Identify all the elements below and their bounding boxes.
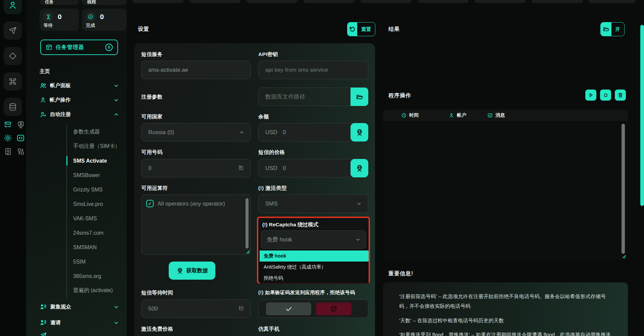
sms-service-input[interactable]: sms-activate.ae — [141, 61, 251, 79]
balance-input[interactable]: USD 0 — [258, 123, 368, 142]
select-value: SMS — [265, 201, 278, 207]
recaptcha-section-highlight: (!) ReCaptcha 绕过模式 免费 hook 5 访问 免费 hook … — [257, 217, 370, 284]
top-tab[interactable] — [361, 0, 412, 3]
service-item[interactable]: 普遍的 (activate) — [67, 283, 127, 298]
top-tab[interactable] — [304, 0, 355, 3]
task-manager-badge: 0 — [105, 44, 113, 51]
column-header-message[interactable]: 消息 — [487, 110, 505, 121]
diamond-rail-button[interactable] — [4, 47, 22, 65]
gear-icon[interactable] — [3, 133, 12, 143]
top-tab[interactable] — [418, 0, 469, 3]
browse-folder-button[interactable] — [351, 88, 368, 106]
service-item[interactable]: SmsLive.pro — [67, 197, 127, 211]
field-label: 短信的价格 — [258, 149, 285, 156]
top-tab[interactable] — [589, 0, 636, 3]
checkbox-checked[interactable]: ✓ — [146, 200, 154, 207]
activation-type-select[interactable]: SMS — [258, 194, 368, 213]
users-list-icon — [40, 303, 47, 311]
send-rail-button[interactable] — [4, 21, 22, 40]
db-path-input[interactable]: 数据库文件路径 — [258, 88, 368, 106]
play-button[interactable] — [585, 90, 596, 101]
input-suffix: 秒 — [238, 305, 244, 312]
fetch-data-button[interactable]: 获取数据 — [169, 262, 215, 280]
reset-button[interactable]: 重置 — [347, 22, 375, 36]
nav-label: 聚集观众 — [50, 303, 71, 311]
listbox-scrollbar[interactable] — [246, 198, 249, 248]
sidebar-item-gather-audience[interactable]: 聚集观众 — [40, 302, 119, 312]
dropdown-option-selected[interactable]: 免费 hook — [260, 250, 369, 262]
stop-button[interactable] — [600, 90, 611, 101]
fetch-price-button[interactable] — [351, 159, 368, 177]
currency-prefix: USD — [265, 129, 277, 136]
service-item-active[interactable]: SMS Activate — [67, 154, 127, 168]
stat-value: 0 — [58, 13, 62, 21]
trash-button[interactable] — [615, 90, 626, 101]
fetch-balance-button[interactable] — [351, 123, 368, 142]
server-check-icon[interactable] — [3, 120, 12, 129]
log-table: 时间 帐户 消息 — [383, 110, 628, 260]
service-item[interactable]: 24sms7.com — [67, 226, 127, 240]
service-item[interactable]: 365sms.org — [67, 269, 127, 283]
webcam-user-icon[interactable] — [16, 120, 25, 129]
page-scrollbar[interactable] — [640, 25, 644, 206]
countries-select[interactable]: Russia (0) — [141, 123, 251, 142]
service-item[interactable]: SMSBower — [67, 168, 127, 182]
dropdown-option[interactable]: AntiSafety 绕过（高成功率） — [260, 262, 369, 273]
service-item[interactable]: SMSMAN — [67, 240, 127, 255]
column-header-time[interactable]: 时间 — [401, 110, 419, 121]
accept-button[interactable] — [266, 302, 311, 315]
top-tab[interactable] — [247, 0, 298, 3]
sidebar-item-invite[interactable]: 邀请 — [40, 318, 119, 328]
service-item[interactable]: Grizzly SMS — [67, 182, 127, 197]
important-info-title: 重要信息! — [388, 270, 413, 277]
sidebar-item-account-panel[interactable]: 帐户面板 — [40, 80, 119, 91]
sidebar-item-home[interactable]: 主页 — [40, 66, 119, 76]
input-value: sms-activate.ae — [148, 67, 188, 73]
nav-label: 主页 — [40, 68, 50, 75]
dropdown-option[interactable]: 拒绝号码 — [260, 273, 369, 284]
user-icon — [40, 97, 46, 103]
column-header-account[interactable]: 帐户 — [449, 110, 466, 121]
task-manager-icon — [46, 44, 52, 51]
input-value: 0 — [283, 165, 286, 172]
resize-handle-icon[interactable] — [622, 255, 626, 259]
service-item[interactable]: 5SIM — [67, 255, 127, 269]
service-item[interactable]: 参数生成器 — [67, 125, 127, 139]
document-check-icon[interactable] — [3, 147, 12, 156]
command-rail-button[interactable] — [4, 72, 22, 91]
input-placeholder: 数据库文件路径 — [265, 93, 305, 101]
service-item[interactable]: VAK-SMS — [67, 211, 127, 226]
open-label: 开 — [611, 22, 625, 36]
sms-wait-input[interactable]: 500 秒 — [141, 299, 251, 318]
code-window-icon[interactable] — [16, 133, 25, 143]
chevron-down-icon — [356, 237, 360, 242]
service-item[interactable]: 手动注册（SIM卡） — [67, 139, 127, 154]
field-label: 短信等待时间 — [141, 289, 173, 296]
database-rail-button[interactable] — [4, 98, 22, 116]
sms-price-input[interactable]: USD 0 — [258, 159, 368, 177]
chevron-down-icon — [114, 320, 119, 325]
table-scrollbar[interactable] — [622, 124, 625, 254]
block-button[interactable] — [316, 302, 352, 315]
swap-icon[interactable] — [16, 147, 25, 156]
select-value: Russia (0) — [148, 129, 174, 136]
resize-handle-icon[interactable] — [246, 250, 250, 254]
task-manager-label: 任务管理器 — [56, 44, 84, 51]
top-tab[interactable] — [132, 0, 183, 3]
top-tab[interactable] — [532, 0, 583, 3]
recaptcha-select[interactable]: 免费 hook — [261, 230, 366, 249]
open-results-button[interactable]: 开 — [600, 22, 625, 36]
hourglass-icon — [44, 12, 53, 21]
operators-listbox[interactable]: ✓ All operators (any operator) — [141, 194, 251, 255]
sidebar-item-auto-register[interactable]: 自动注册 — [40, 109, 119, 119]
top-tab[interactable] — [475, 0, 526, 3]
api-key-input[interactable]: api key from sms service — [258, 61, 368, 79]
field-label: 可用号码 — [141, 149, 163, 156]
task-manager-button[interactable]: 任务管理器 0 — [40, 40, 118, 55]
stat-label: 线程 — [87, 0, 96, 5]
sidebar-item-account-ops[interactable]: 帐户操作 — [40, 95, 119, 105]
profile-rail-button[interactable] — [4, 0, 22, 14]
reset-label: 重置 — [357, 22, 375, 36]
numbers-input[interactable]: 0 数 — [141, 159, 251, 177]
top-tab[interactable] — [190, 0, 240, 3]
